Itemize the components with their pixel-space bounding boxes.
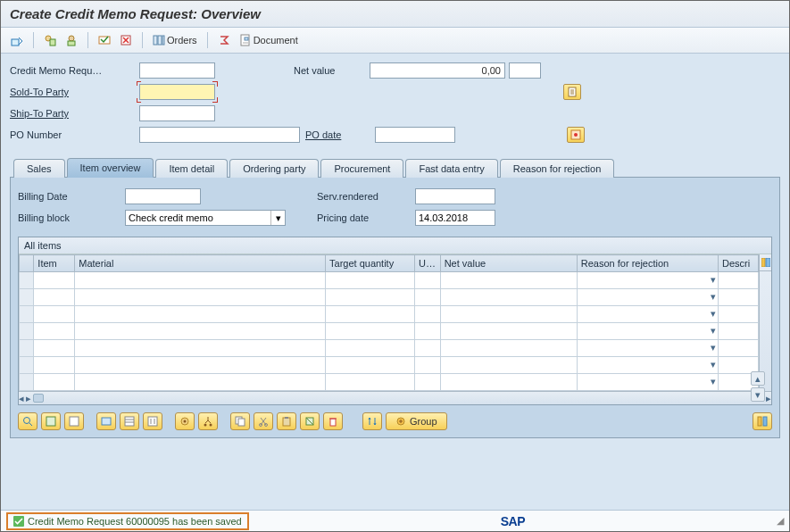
- tab-reason-for-rejection[interactable]: Reason for rejection: [500, 159, 614, 178]
- serv-rendered-input[interactable]: [415, 188, 495, 204]
- grid-cell[interactable]: ▾: [577, 289, 718, 306]
- grid-cell[interactable]: [34, 272, 75, 289]
- sigma-icon[interactable]: [215, 31, 233, 49]
- scroll-right-icon[interactable]: ▸: [26, 393, 31, 404]
- conditions-icon[interactable]: [143, 412, 162, 430]
- chevron-down-icon[interactable]: ▾: [711, 291, 716, 303]
- grid-cell[interactable]: ▾: [577, 306, 718, 323]
- grid-hscroll[interactable]: ◂ ▸ ◂ ▸: [19, 391, 771, 404]
- grid-cell[interactable]: [326, 306, 415, 323]
- grid-cell[interactable]: ▾: [577, 340, 718, 357]
- billing-date-input[interactable]: [125, 188, 201, 204]
- grid-cell[interactable]: [326, 357, 415, 374]
- create-document-icon[interactable]: [563, 84, 581, 100]
- detail-icon[interactable]: [18, 412, 37, 430]
- tab-item-overview[interactable]: Item overview: [67, 158, 154, 178]
- propose-items-icon[interactable]: [175, 412, 195, 430]
- partner-icon[interactable]: [62, 31, 80, 49]
- status-overview-icon[interactable]: [96, 31, 113, 49]
- row-selector-cell[interactable]: [20, 306, 34, 323]
- grid-cell[interactable]: [326, 272, 415, 289]
- grid-cell[interactable]: ▾: [577, 357, 718, 374]
- grid-cell[interactable]: [415, 357, 441, 374]
- configure-columns-icon[interactable]: [753, 412, 772, 430]
- display-document-flow-icon[interactable]: [8, 31, 26, 49]
- deselect-all-icon[interactable]: [64, 412, 84, 430]
- grid-cell[interactable]: [440, 323, 577, 340]
- credit-memo-requ-input[interactable]: [139, 62, 215, 79]
- billing-block-dropdown[interactable]: Check credit memo ▾: [125, 210, 286, 226]
- column-config-icon[interactable]: [760, 254, 771, 271]
- chevron-down-icon[interactable]: ▾: [711, 359, 716, 370]
- grid-cell[interactable]: [34, 340, 75, 357]
- grid-cell[interactable]: [440, 289, 577, 306]
- grid-cell[interactable]: [440, 374, 577, 391]
- grid-cell[interactable]: ▾: [577, 374, 718, 391]
- copy-icon[interactable]: [230, 412, 250, 430]
- display-icon[interactable]: [96, 412, 116, 430]
- table-row[interactable]: ▾: [20, 289, 759, 306]
- grid-cell[interactable]: [719, 289, 759, 306]
- schedule-lines-icon[interactable]: [120, 412, 139, 430]
- grid-cell[interactable]: [34, 357, 75, 374]
- grid-cell[interactable]: [34, 306, 75, 323]
- col-target-qty[interactable]: Target quantity: [326, 255, 415, 272]
- grid-cell[interactable]: [719, 323, 759, 340]
- grid-cell[interactable]: ▾: [577, 323, 718, 340]
- table-row[interactable]: ▾: [20, 340, 759, 357]
- grid-cell[interactable]: [415, 323, 441, 340]
- chevron-down-icon[interactable]: ▾: [711, 325, 716, 337]
- row-selector-cell[interactable]: [20, 374, 34, 391]
- chevron-down-icon[interactable]: ▾: [711, 274, 716, 286]
- scroll-left-icon[interactable]: ◂: [19, 393, 24, 404]
- grid-cell[interactable]: [75, 323, 326, 340]
- grid-cell[interactable]: ▾: [577, 272, 718, 289]
- po-number-input[interactable]: [139, 127, 300, 143]
- delete-icon[interactable]: [323, 412, 343, 430]
- col-selector[interactable]: [20, 255, 34, 272]
- grid-cell[interactable]: [719, 306, 759, 323]
- variant-icon[interactable]: [300, 412, 320, 430]
- scroll-down-icon[interactable]: ▾: [751, 387, 765, 402]
- grid-cell[interactable]: [719, 272, 759, 289]
- grid-cell[interactable]: [75, 306, 326, 323]
- col-item[interactable]: Item: [34, 255, 75, 272]
- paste-icon[interactable]: [277, 412, 296, 430]
- grid-cell[interactable]: [326, 340, 415, 357]
- chevron-down-icon[interactable]: ▾: [711, 342, 716, 353]
- resize-handle-icon[interactable]: ◢: [777, 515, 784, 527]
- grid-cell[interactable]: [75, 374, 326, 391]
- scroll-right2-icon[interactable]: ▸: [766, 393, 771, 404]
- tab-ordering-party[interactable]: Ordering party: [229, 159, 319, 178]
- row-selector-cell[interactable]: [20, 340, 34, 357]
- select-all-icon[interactable]: [41, 412, 61, 430]
- sold-to-party-input[interactable]: [139, 84, 215, 100]
- grid-cell[interactable]: [440, 340, 577, 357]
- grid-cell[interactable]: [34, 289, 75, 306]
- table-row[interactable]: ▾: [20, 357, 759, 374]
- grid-cell[interactable]: [75, 272, 326, 289]
- grid-cell[interactable]: [440, 306, 577, 323]
- grid-cell[interactable]: [326, 374, 415, 391]
- po-config-icon[interactable]: [567, 127, 585, 143]
- po-date-label[interactable]: PO date: [300, 129, 375, 140]
- orders-button[interactable]: Orders: [150, 31, 200, 49]
- grid-cell[interactable]: [326, 289, 415, 306]
- col-description[interactable]: Descri: [719, 255, 759, 272]
- table-row[interactable]: ▾: [20, 374, 759, 391]
- chevron-down-icon[interactable]: ▾: [711, 308, 716, 320]
- grid-cell[interactable]: [415, 306, 441, 323]
- tab-fast-data-entry[interactable]: Fast data entry: [405, 159, 497, 178]
- grid-cell[interactable]: [415, 289, 441, 306]
- grid-cell[interactable]: [440, 357, 577, 374]
- grid-cell[interactable]: [415, 374, 441, 391]
- document-button[interactable]: Document: [237, 31, 301, 49]
- row-selector-cell[interactable]: [20, 357, 34, 374]
- scroll-thumb[interactable]: [33, 394, 44, 403]
- pricing-date-input[interactable]: [415, 210, 495, 226]
- grid-cell[interactable]: [75, 289, 326, 306]
- header-detail-icon[interactable]: [41, 31, 59, 49]
- grid-cell[interactable]: [326, 323, 415, 340]
- tab-sales[interactable]: Sales: [13, 159, 65, 178]
- scroll-up-icon[interactable]: ▴: [751, 371, 765, 386]
